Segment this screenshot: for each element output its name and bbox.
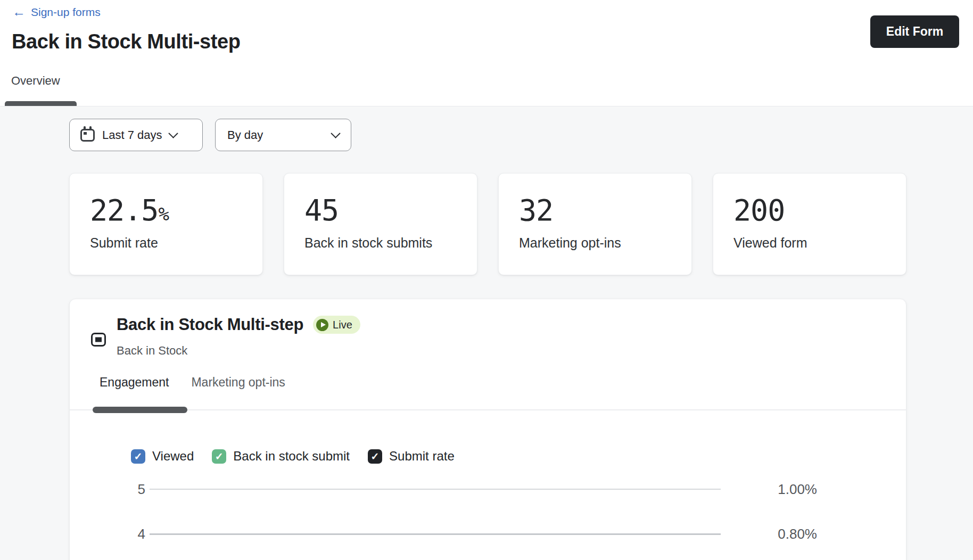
tabs-divider (70, 409, 906, 410)
page-title: Back in Stock Multi-step (12, 30, 241, 53)
form-overview-card: Back in Stock Multi-step Live Back in St… (69, 299, 906, 560)
tab-engagement-active-indicator (93, 407, 187, 413)
metric-card-viewed-form: 200 Viewed form (713, 173, 906, 275)
chart-legend: ✓ Viewed ✓ Back in stock submit ✓ Submit… (131, 449, 455, 464)
metric-card-submit-rate: 22.5% Submit rate (69, 173, 263, 275)
live-status-label: Live (333, 319, 352, 331)
legend-item-viewed[interactable]: ✓ Viewed (131, 449, 194, 464)
interval-dropdown[interactable]: By day (215, 119, 351, 151)
y-axis-tick-right: 1.00% (751, 482, 817, 496)
legend-label: Back in stock submit (233, 449, 350, 464)
check-icon: ✓ (371, 451, 380, 462)
app-root: ← Sign-up forms Edit Form Back in Stock … (0, 0, 973, 560)
form-card-tabs: Engagement Marketing opt-ins (100, 375, 285, 390)
legend-item-back-in-stock-submit[interactable]: ✓ Back in stock submit (212, 449, 350, 464)
metric-unit: % (158, 203, 168, 225)
gridline (150, 489, 721, 490)
tab-marketing-opt-ins[interactable]: Marketing opt-ins (191, 375, 285, 390)
tab-overview-active-indicator (5, 101, 77, 106)
back-link-label: Sign-up forms (31, 6, 101, 19)
live-play-icon (316, 319, 328, 331)
metric-value: 200 (733, 196, 785, 225)
tab-overview[interactable]: Overview (11, 74, 60, 88)
checkbox-submit-rate[interactable]: ✓ (368, 449, 382, 464)
form-card-title: Back in Stock Multi-step (117, 315, 303, 334)
live-status-badge: Live (313, 316, 360, 334)
date-range-value: Last 7 days (102, 128, 162, 142)
y-axis-tick-right: 0.80% (751, 527, 817, 541)
interval-value: By day (227, 128, 263, 142)
metric-value: 22.5% (90, 196, 169, 225)
metric-value: 32 (519, 196, 553, 225)
back-link-sign-up-forms[interactable]: ← Sign-up forms (12, 5, 101, 19)
form-card-subtitle: Back in Stock (117, 344, 187, 358)
gridline (150, 533, 721, 535)
tab-engagement[interactable]: Engagement (100, 375, 169, 390)
checkbox-viewed[interactable]: ✓ (131, 449, 145, 464)
metric-label: Marketing opt-ins (519, 235, 621, 251)
metric-label: Submit rate (90, 235, 158, 251)
legend-item-submit-rate[interactable]: ✓ Submit rate (368, 449, 455, 464)
legend-label: Submit rate (389, 449, 455, 464)
chevron-down-icon (331, 128, 340, 138)
calendar-icon (80, 129, 95, 142)
form-icon (91, 333, 106, 347)
legend-label: Viewed (152, 449, 194, 464)
metric-card-back-in-stock-submits: 45 Back in stock submits (284, 173, 477, 275)
check-icon: ✓ (215, 451, 224, 462)
metric-value: 45 (304, 196, 339, 225)
checkbox-back-in-stock-submit[interactable]: ✓ (212, 449, 226, 464)
date-range-dropdown[interactable]: Last 7 days (69, 119, 203, 151)
metric-label: Back in stock submits (304, 235, 432, 251)
metric-label: Viewed form (733, 235, 807, 251)
metric-card-marketing-opt-ins: 32 Marketing opt-ins (498, 173, 692, 275)
form-card-header: Back in Stock Multi-step Live (117, 315, 360, 334)
y-axis-tick-left: 5 (119, 482, 145, 496)
check-icon: ✓ (134, 451, 143, 462)
chevron-down-icon (168, 128, 178, 138)
edit-form-button[interactable]: Edit Form (870, 15, 959, 48)
back-arrow-icon: ← (12, 5, 26, 19)
y-axis-tick-left: 4 (119, 527, 145, 541)
content-area: Last 7 days By day 22.5% Submit rate 45 … (0, 106, 973, 560)
